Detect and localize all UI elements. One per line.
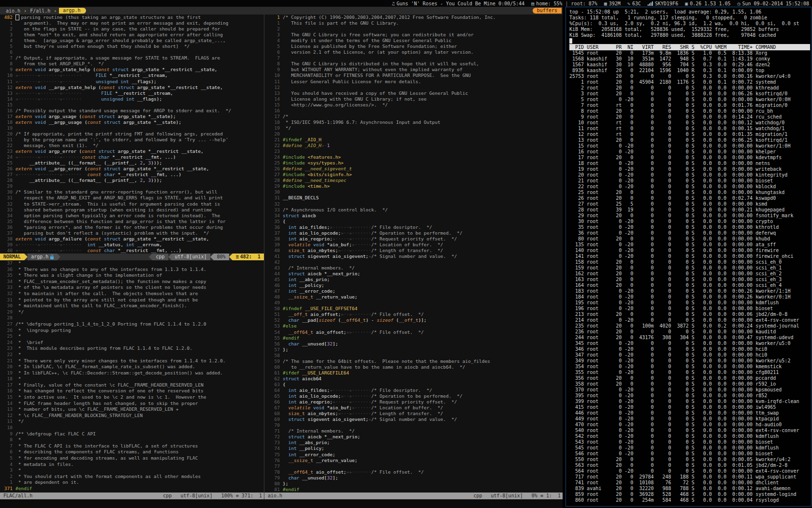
line-number: 34 — [264, 213, 283, 219]
code-line: 23 * This module describes porting from … — [0, 345, 264, 352]
line-number: 1 — [264, 15, 283, 20]
line-number: 6 — [0, 49, 15, 55]
line-number: 8 — [264, 61, 283, 67]
editor-window-argp[interactable]: 482 parsing routine (thus taking an argp… — [0, 15, 264, 254]
line-number: 18 — [0, 120, 15, 125]
code-text: but WITHOUT ANY WARRANTY; without even t… — [283, 67, 563, 73]
line-number: 17 — [264, 114, 283, 120]
code-text: extern void __argp_error (const struct a… — [15, 166, 264, 172]
line-number: 39 — [0, 242, 15, 248]
code-text: int __error_code; — [283, 288, 563, 294]
code-line: 60 to __return_value have to be the same… — [264, 364, 563, 370]
line-number: 68 — [264, 411, 283, 417]
line-number: 25 — [0, 333, 15, 340]
code-text: * into active use. It used to be \c 2 an… — [15, 394, 264, 401]
code-text: /* Possibly output the standard usage me… — [15, 108, 264, 114]
process-row: 35root0-20000S0.00.00:00.00kthrotld — [569, 224, 811, 230]
process-row: 235root200100m40203872S0.00.20:00.24syst… — [569, 323, 811, 329]
line-number: 42 — [264, 259, 283, 265]
code-text: * to maintain it after the call. The obj… — [15, 291, 264, 297]
code-line: 57}; — [264, 347, 563, 353]
code-text: __off_t aio_offset;»··»·······/* File of… — [283, 312, 563, 317]
line-number: 79 — [264, 475, 283, 481]
top-terminal[interactable]: top - 15:52:08 up 5:21, 2 users, load av… — [566, 7, 812, 507]
code-line: 6 — [0, 49, 264, 55]
code-line: 52 char __pad[sizeof (__off64_t) - sizeo… — [264, 317, 563, 323]
line-number: 31 — [0, 297, 15, 303]
code-text: int aio_lio_opcode;»··»·······/* Operati… — [283, 230, 563, 236]
line-number: 3 — [264, 32, 283, 38]
process-row: 9root200000S0.00.00:14.24rcu_sched — [569, 114, 811, 120]
line-number: 20 — [0, 364, 15, 370]
process-row: 470root0-20000S0.00.00:00.00hd-audio0 — [569, 422, 811, 428]
vim-editor: aio.h › F/all.h › argp.h buffers 482 par… — [0, 7, 563, 508]
code-line: 34 * FLAC__stream_encoder_set_metadata()… — [0, 279, 264, 285]
code-line: 46 int __policy; — [264, 283, 563, 288]
editor-window-flac[interactable]: 37 *36 * There was no changes to any of … — [0, 260, 264, 493]
column-header: %CPU — [697, 44, 712, 50]
code-text: License along with the GNU C Library; if… — [283, 96, 563, 102]
code-text: extern void __argp_usage (const struct a… — [15, 120, 264, 125]
code-text: * are dependent on it. — [15, 479, 264, 486]
code-line: 55#endif — [264, 335, 563, 341]
now-playing: ♫ Guns 'N' Roses - You Could Be Mine 0:0… — [392, 1, 524, 6]
code-line: 67 volatile void *aio_buf;»······/* Loca… — [264, 405, 563, 411]
code-line: 19 — [0, 125, 264, 131]
code-text: char __pad[sizeof (__off64_t) - sizeof (… — [283, 317, 563, 323]
process-row: 741root200101087672S0.00.00:00.00dhclien… — [569, 480, 811, 486]
line-number: 22 — [0, 143, 15, 149]
line-number: 1 — [264, 20, 283, 26]
tab-argp-active[interactable]: argp.h — [59, 8, 86, 14]
process-row: 347root0-20000S0.00.00:00.00hci0 — [569, 352, 811, 358]
process-row: 546root0-20000S0.00.00:00.00bioset — [569, 451, 811, 457]
code-text: *parsing errors*, and the former is for … — [15, 224, 264, 230]
line-number: 49 — [264, 300, 283, 306]
line-number: 32 — [264, 201, 283, 207]
code-text: * FLAC frame header length has not chang… — [15, 401, 264, 407]
process-row: 196root0-20000S0.00.00:00.00bioset — [569, 306, 811, 312]
line-number: 47 — [264, 288, 283, 294]
code-line: 26extern void __argp_error (const struct… — [0, 166, 264, 172]
line-number: 56 — [264, 341, 283, 347]
code-line: 25#include <sys/types.h> — [264, 160, 563, 166]
line-number: 39 — [264, 242, 283, 248]
scroll-percent-segment: 80% — [214, 254, 229, 260]
column-header: %MEM — [715, 44, 726, 50]
code-line: 33/* Asynchronous I/O control block. */ — [264, 207, 563, 213]
code-line: 22 * — [0, 352, 264, 358]
line-number: 78 — [264, 469, 283, 475]
code-text — [15, 425, 264, 431]
code-text: * pointed to by the array are still not … — [15, 297, 264, 303]
vim-command-line[interactable] — [0, 499, 563, 508]
code-line: 39 volatile void *aio_buf;»······/* Loca… — [264, 242, 563, 248]
tab-flac-all[interactable]: F/all.h — [28, 8, 52, 14]
code-line: 78 __off64_t aio_offset;»»·······/* File… — [264, 469, 563, 475]
line-number: 51 — [264, 312, 283, 317]
buffers-label[interactable]: buffers — [533, 8, 562, 14]
code-line: 27#include <bits/siginfo.h> — [264, 172, 563, 178]
process-row: 358root200000S0.00.00:00.00r592_io — [569, 381, 811, 387]
process-row: 11rootrt0000S0.00.00:00.15watchdog/1 — [569, 126, 811, 132]
tab-aio[interactable]: aio.h — [4, 8, 22, 14]
line-number: 5 — [264, 44, 283, 49]
code-line: 17extern void argp_usage (const struct a… — [0, 114, 264, 120]
statusline-right-text: cpp utf-8[unix] 100% ≡ 371: 1 — [163, 493, 264, 499]
code-text: * — [15, 467, 264, 474]
code-line: 5 * for encoding and decoding streams, a… — [0, 455, 264, 462]
line-number: 41 — [264, 254, 283, 259]
column-header: PID — [569, 44, 584, 50]
process-row: 27root255000S0.00.00:00.00ksmd — [569, 201, 811, 207]
line-number: 23 — [264, 149, 283, 154]
powerline-arrow-icon — [210, 254, 214, 260]
code-text: #include <bits/siginfo.h> — [283, 172, 563, 178]
code-line: 11 */ — [0, 418, 264, 425]
process-row: 346root0-20000S0.00.00:00.00hci0 — [569, 346, 811, 352]
line-number: 30 — [0, 303, 15, 309]
process-row: 29root200000S0.00.00:00.00fsnotify_mark — [569, 213, 811, 219]
code-text: * — [15, 333, 264, 340]
line-number: 67 — [264, 405, 283, 411]
line-number: 38 — [264, 236, 283, 242]
line-number: 77 — [264, 463, 283, 469]
column-header: NI — [624, 44, 633, 50]
editor-window-aio[interactable]: 1/* Copyright (C) 1996-2000,2003,2004,20… — [264, 15, 563, 493]
